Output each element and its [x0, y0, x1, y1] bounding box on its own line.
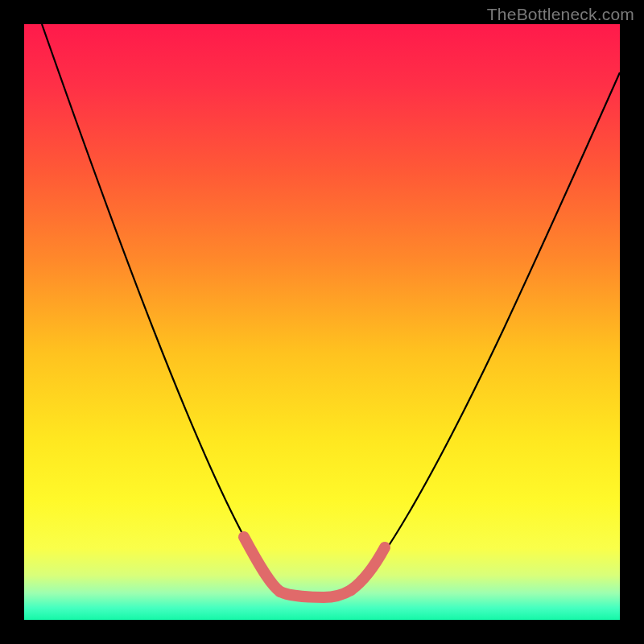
watermark-text: TheBottleneck.com — [487, 5, 634, 24]
plot-svg — [24, 24, 620, 620]
chart-stage: TheBottleneck.com — [0, 0, 644, 644]
gradient-background — [24, 24, 620, 620]
plot-area — [24, 24, 620, 620]
